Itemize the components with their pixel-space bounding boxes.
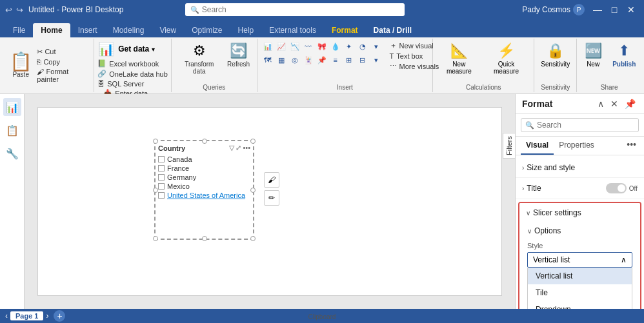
cut-button[interactable]: ✂ Cut bbox=[35, 47, 90, 57]
left-icon-report[interactable]: 📊 bbox=[3, 98, 21, 116]
section-size-style-header[interactable]: › Size and style bbox=[516, 158, 644, 177]
card-icon[interactable]: 🃏 bbox=[302, 54, 315, 66]
minimize-button[interactable]: — bbox=[590, 5, 605, 15]
slicer-settings-header[interactable]: ∨ Slicer settings bbox=[519, 203, 640, 222]
sql-server-button[interactable]: 🗄 SQL Server bbox=[96, 79, 146, 88]
area-chart-icon[interactable]: 〰 bbox=[302, 40, 315, 53]
slicer-check-3[interactable] bbox=[158, 183, 165, 190]
format-painter-button[interactable]: 🖌 Format painter bbox=[35, 67, 90, 84]
tab-visual[interactable]: Visual bbox=[521, 137, 554, 155]
resize-handle-tl[interactable] bbox=[153, 139, 158, 144]
redo-button[interactable]: ↪ bbox=[16, 5, 23, 15]
slicer-more-icon[interactable]: ••• bbox=[243, 144, 250, 152]
user-area[interactable]: Pady Cosmos P bbox=[522, 4, 585, 15]
close-button[interactable]: ✕ bbox=[623, 5, 639, 15]
line-chart-icon[interactable]: 📉 bbox=[288, 40, 301, 53]
resize-handle-l[interactable] bbox=[153, 188, 158, 193]
more-icon[interactable]: ▾ bbox=[370, 40, 383, 53]
panel-close-btn[interactable]: ✕ bbox=[609, 98, 620, 110]
dropdown-item-1[interactable]: Tile bbox=[528, 284, 632, 301]
excel-workbook-button[interactable]: 📗 Excel workbook bbox=[96, 59, 161, 68]
slicer-check-1[interactable] bbox=[158, 165, 165, 171]
slicer-filter-icon[interactable]: ▽ bbox=[229, 144, 234, 152]
slicer-visual[interactable]: Country ▽ ⤢ ••• Canada France bbox=[154, 140, 254, 240]
options-header[interactable]: ∨ Options bbox=[519, 222, 640, 239]
dropdown-item-2[interactable]: Dropdown bbox=[528, 301, 632, 309]
matrix-icon[interactable]: ⊟ bbox=[356, 54, 369, 66]
resize-handle-r[interactable] bbox=[250, 188, 256, 193]
format-search-box[interactable]: 🔍 bbox=[521, 118, 639, 132]
slicer-icon[interactable]: ≡ bbox=[329, 54, 342, 66]
tab-optimize[interactable]: Optimize bbox=[184, 23, 230, 37]
transform-data-button[interactable]: ⚙ Transform data bbox=[176, 40, 223, 77]
slicer-check-0[interactable] bbox=[158, 156, 165, 162]
title-toggle-pill[interactable] bbox=[606, 183, 627, 193]
slicer-check-4[interactable] bbox=[158, 192, 165, 199]
tab-help[interactable]: Help bbox=[230, 23, 262, 37]
slicer-item-1[interactable]: France bbox=[158, 164, 250, 173]
slicer-analytics-btn[interactable]: ✏ bbox=[264, 190, 279, 206]
treemap-icon[interactable]: ▦ bbox=[275, 54, 288, 66]
left-icon-model[interactable]: 🔧 bbox=[3, 144, 21, 162]
resize-handle-br[interactable] bbox=[250, 236, 256, 241]
copy-button[interactable]: ⎘ Copy bbox=[35, 57, 90, 66]
waterfall-icon[interactable]: 💧 bbox=[329, 40, 342, 53]
column-chart-icon[interactable]: 📈 bbox=[275, 40, 288, 53]
left-icon-data[interactable]: 📋 bbox=[3, 121, 21, 139]
get-data-button[interactable]: 📊 Get data ▾ bbox=[96, 40, 157, 58]
style-dropdown[interactable]: Vertical list ∧ bbox=[527, 252, 632, 268]
maximize-button[interactable]: □ bbox=[607, 5, 622, 15]
more2-icon[interactable]: ▾ bbox=[370, 54, 383, 66]
slicer-item-0[interactable]: Canada bbox=[158, 155, 250, 164]
new-button[interactable]: 🆕 New bbox=[579, 40, 607, 70]
calculations-content: 📐 New measure ⚡ Quick measure bbox=[437, 40, 530, 83]
slicer-check-2[interactable] bbox=[158, 174, 165, 181]
resize-handle-b[interactable] bbox=[202, 236, 207, 241]
tab-file[interactable]: File bbox=[5, 23, 33, 37]
format-search-input[interactable] bbox=[537, 121, 634, 130]
onelake-button[interactable]: 🔗 OneLake data hub bbox=[96, 69, 170, 79]
tab-home[interactable]: Home bbox=[33, 23, 70, 37]
refresh-button[interactable]: 🔄 Refresh bbox=[225, 40, 253, 70]
dropdown-item-0[interactable]: Vertical list bbox=[528, 268, 632, 284]
kpi-icon[interactable]: 📌 bbox=[316, 54, 328, 66]
resize-handle-t[interactable] bbox=[202, 139, 207, 144]
resize-handle-bl[interactable] bbox=[153, 236, 158, 241]
tab-data-drill[interactable]: Data / Drill bbox=[366, 23, 419, 37]
tab-more-btn[interactable]: ••• bbox=[624, 137, 639, 155]
report-canvas[interactable]: Country ▽ ⤢ ••• Canada France bbox=[37, 107, 502, 296]
tab-external-tools[interactable]: External tools bbox=[261, 23, 324, 37]
new-measure-button[interactable]: 📐 New measure bbox=[437, 40, 481, 77]
filters-tab[interactable]: Filters bbox=[503, 133, 515, 159]
pie-icon[interactable]: ◔ bbox=[356, 40, 369, 53]
scatter-icon[interactable]: ✦ bbox=[343, 40, 356, 53]
slicer-item-4[interactable]: United States of America bbox=[158, 191, 250, 200]
ribbon-chart-icon[interactable]: 🎀 bbox=[316, 40, 328, 53]
bar-chart-icon[interactable]: 📊 bbox=[261, 40, 274, 53]
gauge-icon[interactable]: ◎ bbox=[288, 54, 301, 66]
tab-insert[interactable]: Insert bbox=[70, 23, 105, 37]
quick-measure-button[interactable]: ⚡ Quick measure bbox=[483, 40, 530, 77]
insert-row-2: 🗺 ▦ ◎ 🃏 📌 ≡ ⊞ ⊟ ▾ bbox=[261, 54, 383, 66]
tab-properties[interactable]: Properties bbox=[554, 137, 599, 155]
panel-pin-btn[interactable]: 📌 bbox=[623, 98, 638, 110]
global-search[interactable]: 🔍 bbox=[185, 3, 405, 16]
tab-format[interactable]: Format bbox=[324, 23, 366, 37]
tab-view[interactable]: View bbox=[152, 23, 184, 37]
slicer-expand-icon[interactable]: ⤢ bbox=[236, 144, 241, 152]
section-title-header[interactable]: › Title Off bbox=[516, 178, 644, 199]
map-icon[interactable]: 🗺 bbox=[261, 54, 274, 66]
resize-handle-tr[interactable] bbox=[250, 139, 256, 144]
slicer-format-btn[interactable]: 🖌 bbox=[264, 172, 279, 188]
panel-collapse-btn[interactable]: ∧ bbox=[596, 98, 606, 110]
paste-button[interactable]: 📋 Paste bbox=[6, 40, 35, 91]
slicer-item-2[interactable]: Germany bbox=[158, 173, 250, 182]
table-icon[interactable]: ⊞ bbox=[343, 54, 356, 66]
slicer-label-2: Germany bbox=[167, 173, 196, 181]
sensitivity-button[interactable]: 🔒 Sensitivity bbox=[537, 40, 574, 83]
slicer-item-3[interactable]: Mexico bbox=[158, 182, 250, 191]
search-input[interactable] bbox=[202, 5, 399, 14]
undo-button[interactable]: ↩ bbox=[5, 5, 12, 15]
tab-modeling[interactable]: Modeling bbox=[105, 23, 152, 37]
publish-button[interactable]: ⬆ Publish bbox=[609, 40, 639, 70]
